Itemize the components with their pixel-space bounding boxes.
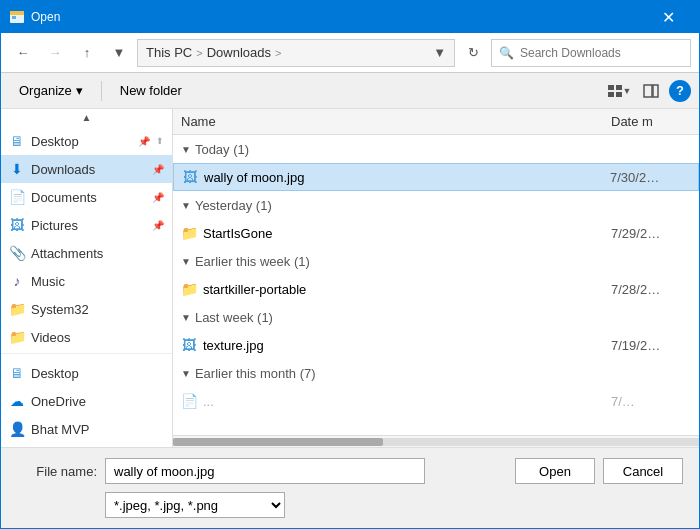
music-icon: ♪ (9, 273, 25, 289)
col-name-header[interactable]: Name (181, 114, 611, 129)
sidebar-scroll-indicator-desktop: ⬆ (156, 136, 164, 146)
file-row-startkiller[interactable]: 📁 startkiller-portable 7/28/2… (173, 275, 699, 303)
title-bar: Open ✕ (1, 1, 699, 33)
file-list-inner: ▼ Today (1) 🖼 wally of moon.jpg 7/30/2… … (173, 135, 699, 415)
sidebar-item-pictures[interactable]: 🖼 Pictures 📌 (1, 211, 172, 239)
system32-icon: 📁 (9, 301, 25, 317)
forward-button[interactable]: → (41, 39, 69, 67)
svg-rect-3 (608, 85, 614, 90)
window-icon (9, 9, 25, 25)
file-name-wally: wally of moon.jpg (204, 170, 604, 185)
group-chevron-yesterday: ▼ (181, 200, 191, 211)
videos-icon: 📁 (9, 329, 25, 345)
sidebar-label-music: Music (31, 274, 164, 289)
sidebar-label-documents: Documents (31, 190, 144, 205)
preview-pane-button[interactable] (637, 77, 665, 105)
col-date-header[interactable]: Date m (611, 114, 691, 129)
sidebar-item-documents[interactable]: 📄 Documents 📌 (1, 183, 172, 211)
file-list: ▼ Today (1) 🖼 wally of moon.jpg 7/30/2… … (173, 135, 699, 435)
group-header-earlier-month[interactable]: ▼ Earlier this month (7) (173, 359, 699, 387)
desktop-icon: 🖥 (9, 133, 25, 149)
filename-input[interactable] (105, 458, 425, 484)
sidebar-item-videos[interactable]: 📁 Videos (1, 323, 172, 351)
group-header-yesterday[interactable]: ▼ Yesterday (1) (173, 191, 699, 219)
sidebar: ▲ 🖥 Desktop 📌 ⬆ ⬇ Downloads 📌 📄 Document… (1, 109, 173, 447)
group-header-today[interactable]: ▼ Today (1) (173, 135, 699, 163)
svg-rect-2 (12, 16, 16, 19)
group-chevron-today: ▼ (181, 144, 191, 155)
sidebar-item-desktop[interactable]: 🖥 Desktop 📌 ⬆ (1, 127, 172, 155)
sidebar-label-downloads: Downloads (31, 162, 144, 177)
group-label-earlier-week: Earlier this week (1) (195, 254, 310, 269)
filetype-select[interactable]: *.jpeg, *.jpg, *.png (105, 492, 285, 518)
group-label-last-week: Last week (1) (195, 310, 273, 325)
file-row-wally[interactable]: 🖼 wally of moon.jpg 7/30/2… (173, 163, 699, 191)
pin-icon-pictures: 📌 (152, 220, 164, 231)
file-name-startkiller: startkiller-portable (203, 282, 605, 297)
sidebar-item-downloads[interactable]: ⬇ Downloads 📌 (1, 155, 172, 183)
file-row-texture[interactable]: 🖼 texture.jpg 7/19/2… (173, 331, 699, 359)
down-arrow-button[interactable]: ▼ (105, 39, 133, 67)
horizontal-scrollbar[interactable] (173, 435, 699, 447)
organize-button[interactable]: Organize ▾ (9, 77, 93, 105)
close-button[interactable]: ✕ (645, 1, 691, 33)
pictures-icon: 🖼 (9, 217, 25, 233)
scrollbar-track (173, 438, 699, 446)
file-date-startis: 7/29/2… (611, 226, 691, 241)
onedrive-icon: ☁ (9, 393, 25, 409)
file-date-texture: 7/19/2… (611, 338, 691, 353)
path-segment-downloads: Downloads (207, 45, 271, 60)
back-button[interactable]: ← (9, 39, 37, 67)
group-header-earlier-week[interactable]: ▼ Earlier this week (1) (173, 247, 699, 275)
filename-row: File name: Open Cancel (17, 458, 683, 484)
svg-rect-5 (608, 92, 614, 97)
dialog-window: Open ✕ ← → ↑ ▼ wally of moon.jpg This PC… (0, 0, 700, 529)
toolbar-right: ▼ ? (605, 77, 691, 105)
sidebar-item-desktop2[interactable]: 🖥 Desktop (1, 359, 172, 387)
group-chevron-last-week: ▼ (181, 312, 191, 323)
svg-rect-8 (653, 85, 658, 97)
svg-rect-6 (616, 92, 622, 97)
sidebar-item-system32[interactable]: 📁 System32 (1, 295, 172, 323)
scrollbar-thumb[interactable] (173, 438, 383, 446)
file-date-partial: 7/… (611, 394, 691, 409)
path-separator-1: > (196, 47, 202, 59)
pin-icon-desktop: 📌 (138, 136, 150, 147)
search-wrapper: 🔍 (491, 39, 691, 67)
sidebar-item-attachments[interactable]: 📎 Attachments (1, 239, 172, 267)
sidebar-item-onedrive[interactable]: ☁ OneDrive (1, 387, 172, 415)
documents-icon: 📄 (9, 189, 25, 205)
help-button[interactable]: ? (669, 80, 691, 102)
file-icon-startkiller: 📁 (181, 281, 197, 297)
sidebar-label-desktop2: Desktop (31, 366, 164, 381)
address-path[interactable]: wally of moon.jpg This PC > Downloads > … (137, 39, 455, 67)
pin-icon-documents: 📌 (152, 192, 164, 203)
svg-rect-1 (10, 11, 24, 15)
file-icon-wally: 🖼 (182, 169, 198, 185)
toolbar: Organize ▾ New folder ▼ (1, 73, 699, 109)
file-row-partial[interactable]: 📄 ... 7/… (173, 387, 699, 415)
bottom-panel: File name: Open Cancel Files of type: *.… (1, 447, 699, 528)
file-name-partial: ... (203, 394, 605, 409)
group-header-last-week[interactable]: ▼ Last week (1) (173, 303, 699, 331)
file-row-startis[interactable]: 📁 StartIsGone 7/29/2… (173, 219, 699, 247)
file-list-header: Name Date m (173, 109, 699, 135)
path-dropdown-chevron[interactable]: ▼ (433, 45, 446, 60)
sidebar-item-bhatmvp[interactable]: 👤 Bhat MVP (1, 415, 172, 443)
view-button[interactable]: ▼ (605, 77, 633, 105)
up-button[interactable]: ↑ (73, 39, 101, 67)
cancel-button[interactable]: Cancel (603, 458, 683, 484)
open-button[interactable]: Open (515, 458, 595, 484)
search-input[interactable] (491, 39, 691, 67)
new-folder-button[interactable]: New folder (110, 77, 192, 105)
filename-label: File name: (17, 464, 97, 479)
refresh-button[interactable]: ↻ (459, 39, 487, 67)
address-bar: ← → ↑ ▼ wally of moon.jpg This PC > Down… (1, 33, 699, 73)
sidebar-scroll-up: ▲ (1, 109, 172, 127)
sidebar-up-arrow[interactable]: ▲ (82, 111, 92, 125)
file-date-startkiller: 7/28/2… (611, 282, 691, 297)
group-label-earlier-month: Earlier this month (7) (195, 366, 316, 381)
sidebar-label-bhatmvp: Bhat MVP (31, 422, 164, 437)
sidebar-item-music[interactable]: ♪ Music (1, 267, 172, 295)
path-segment-thispc: This PC (146, 45, 192, 60)
